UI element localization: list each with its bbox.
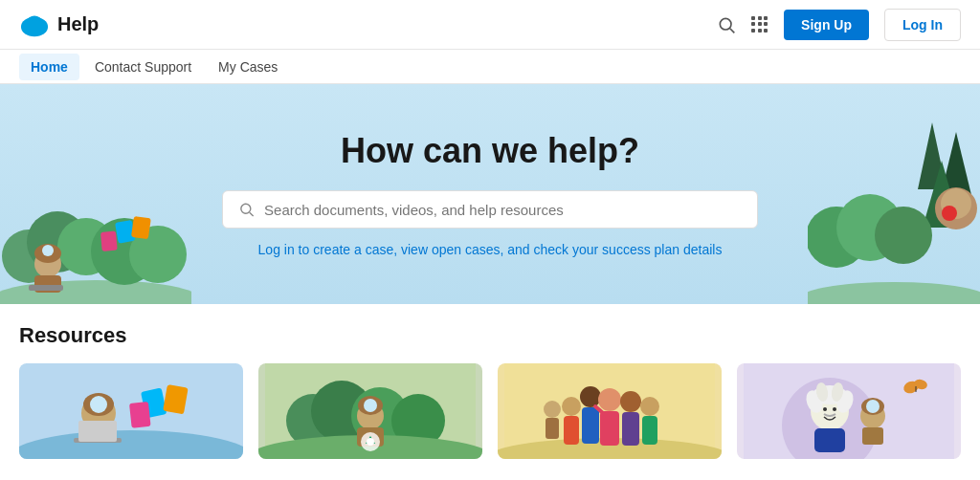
card-illustration-1 (19, 363, 243, 459)
hero-title: How can we help? (341, 131, 639, 171)
svg-rect-62 (564, 416, 579, 445)
svg-point-69 (640, 397, 659, 416)
resources-grid (19, 363, 961, 459)
svg-rect-68 (622, 412, 639, 446)
svg-rect-42 (78, 421, 117, 442)
search-button[interactable] (717, 15, 736, 34)
card-illustration-3 (498, 363, 722, 459)
resource-card-1[interactable] (19, 363, 243, 459)
hero-section: How can we help? Log in to create a case… (0, 84, 980, 304)
svg-point-82 (823, 407, 827, 411)
svg-point-83 (833, 407, 836, 411)
svg-point-65 (598, 388, 621, 411)
svg-line-34 (250, 212, 254, 216)
resources-section: Resources (0, 304, 980, 469)
svg-point-4 (22, 19, 47, 35)
apps-button[interactable] (751, 16, 768, 33)
svg-point-17 (42, 245, 54, 256)
svg-point-27 (875, 207, 932, 264)
search-icon (717, 15, 736, 34)
svg-point-63 (580, 386, 601, 407)
search-input[interactable] (264, 202, 742, 218)
svg-point-40 (90, 396, 107, 413)
salesforce-logo (19, 10, 50, 40)
card-illustration-2 (258, 363, 482, 459)
svg-rect-19 (131, 216, 151, 239)
svg-rect-88 (862, 427, 883, 445)
login-button[interactable]: Log In (884, 9, 961, 41)
hero-decoration-left (0, 151, 191, 304)
header-title: Help (57, 13, 99, 35)
card-illustration-4 (737, 363, 961, 459)
svg-point-32 (942, 206, 957, 221)
svg-rect-70 (642, 416, 657, 445)
search-icon (238, 201, 255, 218)
nav-item-contact-support[interactable]: Contact Support (83, 54, 203, 80)
header-right: Sign Up Log In (717, 9, 961, 41)
signup-button[interactable]: Sign Up (784, 10, 869, 40)
nav-item-my-cases[interactable]: My Cases (207, 54, 289, 80)
svg-point-87 (866, 400, 880, 413)
svg-point-5 (720, 18, 731, 30)
svg-rect-64 (582, 407, 599, 444)
nav-item-home[interactable]: Home (19, 54, 79, 80)
header: Help Sign Up Log In (0, 0, 980, 50)
svg-point-33 (241, 204, 251, 213)
header-left: Help (19, 10, 99, 40)
svg-point-71 (544, 401, 561, 418)
svg-rect-15 (29, 285, 63, 291)
nav: Home Contact Support My Cases (0, 50, 980, 84)
hero-decoration-right (808, 113, 980, 304)
resource-card-3[interactable] (498, 363, 722, 459)
svg-point-7 (0, 280, 191, 304)
svg-point-67 (620, 391, 641, 412)
svg-rect-72 (546, 418, 559, 439)
resource-card-4[interactable] (737, 363, 961, 459)
search-bar[interactable] (222, 190, 758, 229)
svg-point-61 (562, 397, 581, 416)
svg-rect-45 (129, 402, 151, 428)
resource-card-2[interactable] (258, 363, 482, 459)
grid-icon (751, 16, 768, 33)
svg-point-54 (364, 399, 377, 412)
hero-login-link[interactable]: Log in to create a case, view open cases… (258, 242, 723, 257)
svg-point-21 (808, 282, 980, 304)
svg-line-6 (730, 28, 735, 33)
svg-rect-84 (814, 428, 845, 452)
resources-title: Resources (19, 323, 961, 348)
svg-point-58 (367, 438, 374, 446)
svg-rect-20 (100, 231, 118, 251)
